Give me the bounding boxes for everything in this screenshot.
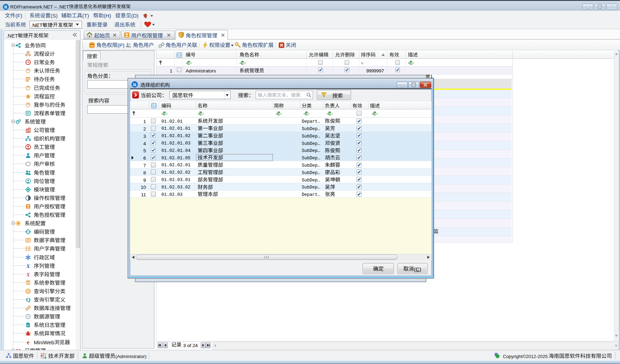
svg-text:A: A [239,62,241,64]
svg-text:A: A [276,113,277,115]
svg-text:C: C [190,62,192,64]
svg-text:B: B [242,62,244,65]
svg-text:C: C [280,113,282,115]
svg-text:X: X [26,272,30,277]
svg-text:R: R [133,82,136,87]
svg-text:A: A [327,113,328,115]
svg-text:B: B [188,62,190,65]
svg-text:B: B [306,112,308,115]
svg-text:C: C [166,113,168,115]
svg-text:R: R [4,4,8,9]
svg-text:B: B [374,112,376,115]
svg-text:A: A [408,62,410,64]
svg-text:A: A [186,62,187,64]
svg-text:B: B [410,62,413,65]
svg-text:A: A [372,113,373,115]
svg-text:C: C [202,113,204,115]
svg-text:A: A [198,113,199,115]
svg-text:e: e [27,339,30,345]
svg-text:C: C [308,113,310,115]
svg-text:A: A [161,113,163,115]
svg-text:Q: Q [26,297,30,302]
svg-text:X: X [26,263,30,269]
svg-text:B: B [164,112,166,115]
svg-text:A: A [303,113,305,115]
svg-text:C: C [244,62,246,64]
svg-text:B: B [278,112,280,115]
svg-text:B: B [200,112,202,115]
svg-text:C: C [376,113,378,115]
svg-text:B: B [329,112,331,115]
svg-text:C: C [331,113,333,115]
svg-text:C: C [413,62,414,64]
